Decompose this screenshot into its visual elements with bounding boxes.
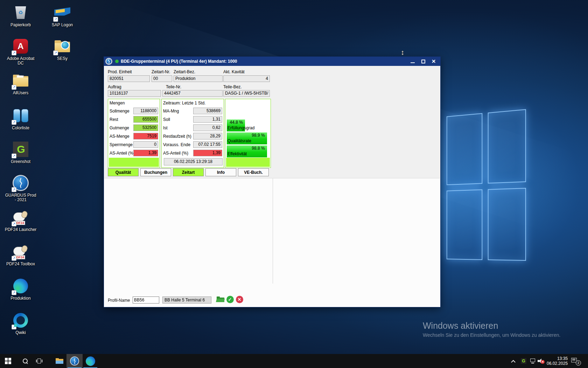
task-view-button[interactable] xyxy=(31,354,47,368)
panel-divider xyxy=(273,178,273,284)
kpi-label: Erfüllungsgrad xyxy=(227,125,254,130)
sollmenge-value: 1188000 xyxy=(133,108,158,114)
restlaufzeit-value: 28,29 xyxy=(193,133,222,139)
kpi-panel: 44.8 % Erfüllungsgrad 98.9 % Qualitätsra… xyxy=(225,99,271,168)
row-label: AS-Anteil (%) xyxy=(163,151,188,156)
gutmenge-value: 532500 xyxy=(133,124,158,131)
guardus-taskbar-button[interactable] xyxy=(66,354,83,368)
chevron-up-icon xyxy=(511,360,516,364)
info-button[interactable]: Info xyxy=(205,168,236,176)
minimize-button[interactable] xyxy=(407,57,418,65)
volume-tray-button[interactable]: ✕ xyxy=(538,354,545,368)
clock-date: 06.02.2025 xyxy=(547,361,568,366)
desktop-icon-pdf24-toolbox[interactable]: PDF24↗ PDF24 Toolbox xyxy=(4,243,37,266)
prod-einheit-field[interactable]: 820051 xyxy=(108,75,150,82)
ist-value: 0,62 xyxy=(193,124,222,131)
windows-logo-pane xyxy=(447,189,482,260)
cancel-button[interactable]: ✕ xyxy=(236,295,243,303)
desktop-icon-label: AllUsers xyxy=(4,91,37,95)
folder-open-icon xyxy=(217,297,224,302)
close-button[interactable]: × xyxy=(428,57,439,65)
auftrag-field[interactable]: 10116137 xyxy=(108,90,161,97)
notification-badge: 2 xyxy=(576,360,581,366)
field-label: Teile-Nr. xyxy=(166,84,181,89)
shortcut-arrow-icon: ↗ xyxy=(12,256,16,261)
desktop-icon-adobe-acrobat[interactable]: A↗ Adobe Acrobat DC xyxy=(4,38,37,66)
row-label: MA-Mng xyxy=(163,109,179,114)
ve-buch-button[interactable]: VE-Buch. xyxy=(238,168,269,176)
shortcut-arrow-icon: ↗ xyxy=(12,222,16,226)
desktop-icon-label: Adobe Acrobat DC xyxy=(4,56,37,66)
desktop-icon-allusers[interactable]: ↗ AllUsers xyxy=(4,72,37,95)
desktop-icon-produktion[interactable]: ↗ Produktion xyxy=(4,278,37,301)
row-label: Sollmenge xyxy=(110,109,130,114)
network-tray-button[interactable] xyxy=(530,354,536,368)
field-label: Akt. Kavität xyxy=(223,69,245,74)
zeitart-nr-field[interactable]: 00 xyxy=(152,75,172,82)
network-icon xyxy=(530,359,536,363)
windows-logo-pane xyxy=(447,113,482,185)
zeitart-bez-field[interactable]: Produktion xyxy=(174,75,223,82)
load-profile-button[interactable] xyxy=(217,295,224,303)
desktop-icon-sesy[interactable]: ↗ SESy xyxy=(46,38,79,61)
row-label: Vorauss. Ende xyxy=(163,142,190,147)
greenshot-tray-icon: G xyxy=(521,358,526,364)
check-icon: ✓ xyxy=(226,296,234,303)
edge-browser-icon xyxy=(86,356,95,366)
buchungen-button[interactable]: Buchungen xyxy=(140,168,171,176)
app-logo-icon xyxy=(105,58,112,65)
rest-value: 655500 xyxy=(133,116,158,123)
field-label: Prod. Einheit xyxy=(108,69,132,74)
desktop-icon-sap-logon[interactable]: ↗ SAP Logon xyxy=(46,4,79,27)
desktop-icon-label: PDF24 Toolbox xyxy=(4,262,37,266)
row-label: Rest xyxy=(110,117,118,122)
teile-bez-field[interactable]: DASG-1 / /WS-5HSTB/ xyxy=(223,90,270,97)
taskbar: G ✕ 13:35 06.02.2025 2 xyxy=(0,354,588,368)
tray-chevron-button[interactable] xyxy=(512,354,515,368)
akt-kavitaet-field[interactable]: 4 xyxy=(223,75,270,82)
desktop-icon-pdf24-launcher[interactable]: PDF24↗ PDF24 Launcher xyxy=(4,209,37,232)
green-strip xyxy=(226,158,270,167)
row-label: Gutmenge xyxy=(110,125,129,130)
field-label: Zeitart-Bez. xyxy=(174,69,195,74)
green-strip xyxy=(109,158,159,167)
qualitaetsrate-bar: 98.9 % Qualitätsrate xyxy=(227,132,267,144)
greenshot-tray-button[interactable]: G xyxy=(521,354,526,368)
desktop-icon-label: Colorliste xyxy=(4,126,37,130)
mengen-header: Mengen xyxy=(110,101,125,105)
desktop-icon-guardus[interactable]: ↗ GUARDUS Prod - 2021 xyxy=(4,175,37,202)
zeitraum-panel: Zeitraum: Letzte 1 Std. MA-Mng 538669 So… xyxy=(161,99,224,168)
vorauss-ende-value: 07.02 17:55 xyxy=(193,141,222,148)
shortcut-arrow-icon: ↗ xyxy=(12,187,16,192)
desktop-icon-qwiki[interactable]: ↗ Qwiki xyxy=(4,312,37,335)
shortcut-arrow-icon: ↗ xyxy=(53,50,58,55)
x-icon: ✕ xyxy=(236,296,243,303)
start-button[interactable] xyxy=(0,354,16,368)
taskbar-clock[interactable]: 13:35 06.02.2025 xyxy=(547,354,568,368)
profil-name-label: Profil-Name xyxy=(108,298,130,303)
edge-taskbar-button[interactable] xyxy=(82,354,98,368)
kpi-label: Qualitätsrate xyxy=(227,138,251,143)
watermark-title: Windows aktivieren xyxy=(423,321,561,331)
profil-name-input[interactable] xyxy=(133,297,159,304)
desktop-icon-colorliste[interactable]: ↗ Colorliste xyxy=(4,107,37,130)
shortcut-arrow-icon: ↗ xyxy=(12,290,16,295)
confirm-button[interactable]: ✓ xyxy=(226,295,234,303)
window-titlebar[interactable]: BDE-Gruppenterminal (4 PU) (Terminal 4er… xyxy=(104,57,440,66)
teile-nr-field[interactable]: 4442457 xyxy=(162,90,223,97)
as-anteil-value: 1,39 xyxy=(133,150,158,156)
effektivitaet-bar: 98.8 % Effektivität xyxy=(227,145,267,157)
maximize-button[interactable] xyxy=(418,57,428,65)
qwiki-icon xyxy=(13,313,28,328)
desktop-icon-label: Qwiki xyxy=(4,330,37,335)
profil-dropdown[interactable]: BB Halle 5 Terminal 6 xyxy=(162,297,211,304)
file-explorer-button[interactable] xyxy=(51,354,68,368)
desktop-icon-recycle-bin[interactable]: ♻ Papierkorb xyxy=(4,4,37,27)
zeitart-button[interactable]: Zeitart xyxy=(173,168,204,176)
kpi-value: 98.9 % xyxy=(252,132,267,144)
kpi-value: 98.8 % xyxy=(252,145,267,157)
action-center-button[interactable]: 2 xyxy=(571,354,579,368)
recycle-bin-icon: ♻ xyxy=(15,6,26,19)
desktop-icon-greenshot[interactable]: G↗ Greenshot xyxy=(4,141,37,164)
qualitaet-button[interactable]: Qualität xyxy=(108,168,139,176)
